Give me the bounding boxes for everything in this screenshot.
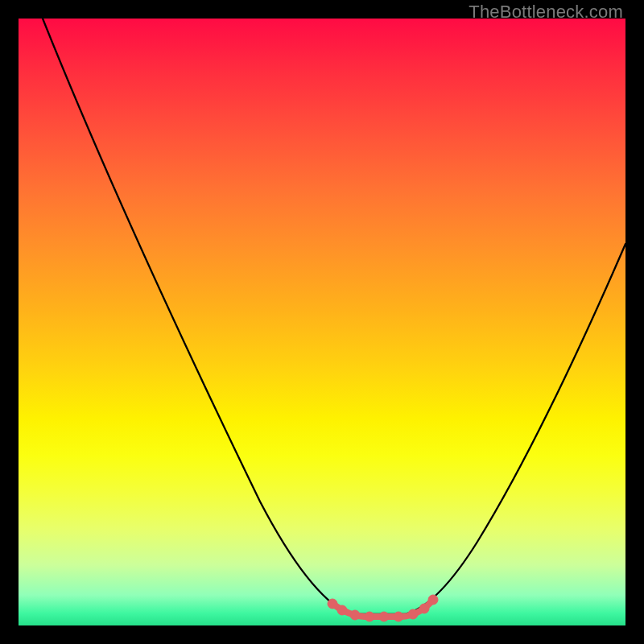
svg-point-8 — [428, 595, 438, 605]
svg-point-1 — [337, 605, 347, 615]
svg-point-0 — [328, 599, 337, 609]
flat-minimum-highlight — [328, 595, 438, 621]
chart-frame: TheBottleneck.com — [0, 0, 644, 644]
svg-point-4 — [379, 612, 389, 621]
svg-point-5 — [394, 612, 403, 621]
svg-point-3 — [365, 612, 374, 621]
watermark-text: TheBottleneck.com — [469, 2, 623, 23]
bottleneck-curve — [43, 19, 625, 614]
svg-point-7 — [419, 604, 429, 613]
chart-svg — [19, 19, 625, 625]
svg-point-6 — [408, 609, 418, 619]
svg-point-2 — [350, 610, 360, 620]
plot-area — [19, 19, 625, 625]
